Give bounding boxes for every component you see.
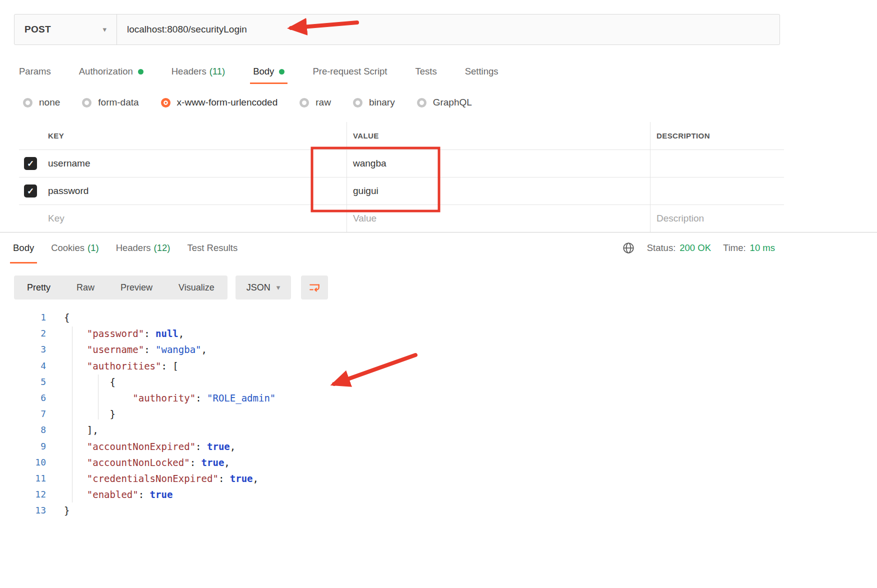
kv-key-placeholder[interactable]: Key <box>45 205 346 232</box>
tab-label: Settings <box>465 66 498 77</box>
network-globe-icon[interactable] <box>622 242 635 254</box>
line-number: 6 <box>18 390 46 406</box>
radio-icon <box>353 98 362 108</box>
wrap-text-icon <box>308 281 321 294</box>
code-text: "authorities": [ <box>46 358 178 374</box>
code-text: "password": null, <box>46 326 184 342</box>
response-tab-cookies[interactable]: Cookies (1) <box>50 232 100 264</box>
line-number: 12 <box>18 486 46 502</box>
line-number: 10 <box>18 454 46 470</box>
code-line: 4 "authorities": [ <box>18 358 877 374</box>
kv-header-row: KEY VALUE DESCRIPTION <box>19 122 784 150</box>
request-tabs: Params Authorization Headers (11) Body P… <box>18 59 877 84</box>
code-text: "enabled": true <box>46 486 172 502</box>
indent-guide <box>72 326 72 502</box>
tab-label: Cookies <box>51 242 84 254</box>
body-mode-none[interactable]: none <box>23 97 60 108</box>
view-mode-raw[interactable]: Raw <box>64 276 108 300</box>
wrap-lines-button[interactable] <box>301 276 328 300</box>
format-dropdown[interactable]: JSON ▾ <box>236 276 292 300</box>
response-toolbar: Pretty Raw Preview Visualize JSON ▾ <box>14 276 877 300</box>
time-value: 10 ms <box>750 242 775 254</box>
radio-selected-icon <box>161 98 170 108</box>
response-tab-test-results[interactable]: Test Results <box>186 232 238 264</box>
body-mode-raw[interactable]: raw <box>300 97 331 108</box>
kv-value-placeholder[interactable]: Value <box>346 205 650 232</box>
body-mode-graphql[interactable]: GraphQL <box>417 97 472 108</box>
kv-key-cell[interactable]: password <box>45 178 346 204</box>
code-line: 10 "accountNonLocked": true, <box>18 454 877 470</box>
view-mode-pretty[interactable]: Pretty <box>14 276 64 300</box>
tab-params[interactable]: Params <box>18 59 52 84</box>
code-line: 11 "credentialsNonExpired": true, <box>18 470 877 486</box>
mode-label: binary <box>369 97 395 108</box>
tab-headers[interactable]: Headers (11) <box>170 59 226 84</box>
tab-tests[interactable]: Tests <box>414 59 438 84</box>
line-number: 5 <box>18 374 46 390</box>
table-row: ✓ username wangba <box>19 150 784 178</box>
status-label: Status: <box>647 242 676 254</box>
body-mode-urlencoded[interactable]: x-www-form-urlencoded <box>161 97 278 108</box>
code-line: 8 ], <box>18 422 877 438</box>
response-header: Body Cookies (1) Headers (12) Test Resul… <box>0 232 877 264</box>
tab-label: Body <box>253 66 274 77</box>
line-number: 3 <box>18 342 46 358</box>
code-text: "accountNonExpired": true, <box>46 438 236 454</box>
kv-description-placeholder[interactable]: Description <box>650 205 784 232</box>
tab-body[interactable]: Body <box>252 59 286 84</box>
tab-settings[interactable]: Settings <box>464 59 500 84</box>
tab-count: (12) <box>154 242 170 254</box>
body-mode-selector: none form-data x-www-form-urlencoded raw… <box>23 91 877 114</box>
table-row-placeholder: Key Value Description <box>19 205 784 232</box>
response-meta: Status: 200 OK Time: 10 ms <box>622 242 775 254</box>
tab-label: Headers <box>172 66 206 77</box>
line-number: 13 <box>18 502 46 518</box>
tab-authorization[interactable]: Authorization <box>78 59 144 84</box>
response-tab-headers[interactable]: Headers (12) <box>115 232 172 264</box>
code-text: { <box>46 374 116 390</box>
time-label: Time: <box>723 242 746 254</box>
view-mode-preview[interactable]: Preview <box>108 276 166 300</box>
chevron-down-icon: ▾ <box>276 283 280 292</box>
tab-label: Test Results <box>187 242 238 254</box>
code-text: "authority": "ROLE_admin" <box>46 390 276 406</box>
code-line: 5 { <box>18 374 877 390</box>
kv-description-cell[interactable] <box>650 178 784 204</box>
response-tab-body[interactable]: Body <box>12 232 35 264</box>
line-number: 11 <box>18 470 46 486</box>
status-value: 200 OK <box>680 242 711 254</box>
green-dot-icon <box>279 69 284 74</box>
url-input[interactable]: localhost:8080/securityLogin <box>117 14 780 44</box>
method-dropdown[interactable]: POST ▾ <box>14 14 117 44</box>
tab-label: Headers <box>116 242 151 254</box>
code-line: 6 "authority": "ROLE_admin" <box>18 390 877 406</box>
response-body-code[interactable]: 1{2 "password": null,3 "username": "wang… <box>0 310 877 518</box>
kv-key-cell[interactable]: username <box>45 150 346 177</box>
view-mode-visualize[interactable]: Visualize <box>166 276 228 300</box>
tab-label: Tests <box>415 66 436 77</box>
checkbox-checked[interactable]: ✓ <box>24 157 37 170</box>
code-line: 1{ <box>18 310 877 326</box>
kv-value-cell[interactable]: guigui <box>346 178 650 204</box>
tab-label: Pre-request Script <box>312 66 387 77</box>
mode-label: x-www-form-urlencoded <box>177 97 278 108</box>
urlencoded-kv-table: KEY VALUE DESCRIPTION ✓ username wangba … <box>19 122 784 232</box>
mode-label: none <box>39 97 60 108</box>
code-line: 13} <box>18 502 877 518</box>
table-row: ✓ password guigui <box>19 178 784 205</box>
code-line: 2 "password": null, <box>18 326 877 342</box>
code-line: 12 "enabled": true <box>18 486 877 502</box>
tab-count: (1) <box>88 242 99 254</box>
response-tabs: Body Cookies (1) Headers (12) Test Resul… <box>12 232 238 264</box>
body-mode-form-data[interactable]: form-data <box>82 97 138 108</box>
tab-pre-request-script[interactable]: Pre-request Script <box>312 59 388 84</box>
body-mode-binary[interactable]: binary <box>353 97 395 108</box>
code-lines: 1{2 "password": null,3 "username": "wang… <box>18 310 877 518</box>
url-text: localhost:8080/securityLogin <box>127 24 247 35</box>
status-indicator: Status: 200 OK <box>647 242 711 254</box>
kv-value-cell[interactable]: wangba <box>346 150 650 177</box>
checkbox-checked[interactable]: ✓ <box>24 184 37 198</box>
kv-description-cell[interactable] <box>650 150 784 177</box>
chevron-down-icon: ▾ <box>102 25 106 34</box>
radio-icon <box>23 98 32 108</box>
